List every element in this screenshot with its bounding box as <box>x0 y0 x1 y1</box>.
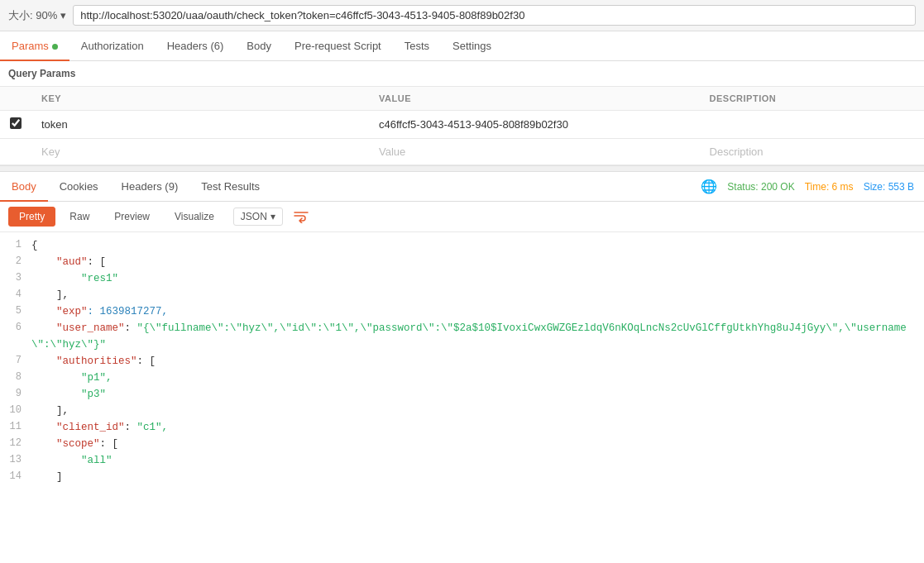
json-line: 5 "exp": 1639817277, <box>0 303 924 320</box>
format-bar: Pretty Raw Preview Visualize JSON ▾ <box>0 202 924 232</box>
json-whitespace <box>31 372 81 384</box>
url-input[interactable] <box>73 5 916 26</box>
json-key: "scope" <box>56 438 100 450</box>
json-brace: ], <box>56 405 69 417</box>
col-checkbox <box>0 87 31 111</box>
tab-prerequest[interactable]: Pre-request Script <box>283 31 393 60</box>
line-content: "scope": [ <box>31 436 924 452</box>
status-size: Size: 553 B <box>864 181 914 193</box>
zoom-label: 大小: 90% <box>8 8 57 23</box>
row-desc[interactable] <box>700 111 924 139</box>
json-whitespace <box>31 422 56 433</box>
table-empty-row: Key Value Description <box>0 139 924 165</box>
col-desc-header: DESCRIPTION <box>700 87 924 111</box>
line-number: 7 <box>0 353 31 369</box>
zoom-selector[interactable]: 大小: 90% ▾ <box>8 8 66 23</box>
tab-authorization[interactable]: Authorization <box>69 31 156 60</box>
response-tab-cookies[interactable]: Cookies <box>48 172 110 201</box>
json-line: 13 "all" <box>0 452 924 469</box>
json-line: 6 "user_name": "{\"fullname\":\"hyz\",\"… <box>0 320 924 353</box>
json-line: 10 ], <box>0 403 924 419</box>
raw-button[interactable]: Raw <box>59 207 100 227</box>
json-whitespace <box>31 306 56 317</box>
chevron-down-icon: ▾ <box>60 9 66 21</box>
json-line: 1{ <box>0 237 924 254</box>
json-whitespace <box>31 355 56 367</box>
json-body: 1{2 "aud": [3 "res1"4 ],5 "exp": 1639817… <box>0 232 924 490</box>
line-number: 2 <box>0 254 31 270</box>
json-string: "p1", <box>81 372 113 384</box>
json-line: 12 "scope": [ <box>0 436 924 452</box>
json-whitespace <box>31 256 56 268</box>
json-line: 2 "aud": [ <box>0 254 924 270</box>
line-number: 8 <box>0 370 31 385</box>
value-placeholder-cell[interactable]: Value <box>369 139 699 165</box>
row-key[interactable]: token <box>31 111 369 139</box>
json-whitespace <box>31 471 56 483</box>
tab-body[interactable]: Body <box>235 31 283 60</box>
response-tab-headers[interactable]: Headers (9) <box>110 172 190 201</box>
json-whitespace <box>31 405 56 417</box>
json-string: "all" <box>81 455 113 466</box>
line-number: 1 <box>0 237 31 253</box>
json-brace: ], <box>56 289 69 301</box>
json-whitespace <box>31 438 56 450</box>
col-value-header: VALUE <box>369 87 699 111</box>
preview-button[interactable]: Preview <box>103 207 160 227</box>
tab-params[interactable]: Params <box>0 31 69 60</box>
status-ok: Status: 200 OK <box>727 181 794 193</box>
line-content: "p1", <box>31 370 924 386</box>
json-string: "p3" <box>81 389 106 400</box>
line-content: "res1" <box>31 270 924 287</box>
json-key: "authorities" <box>56 355 137 367</box>
query-params-label: Query Params <box>0 61 924 86</box>
json-brace: : [ <box>100 438 119 450</box>
json-string: "c1", <box>137 422 169 433</box>
line-content: ] <box>31 469 924 485</box>
tab-tests[interactable]: Tests <box>393 31 441 60</box>
line-content: ], <box>31 403 924 419</box>
key-placeholder-cell[interactable]: Key <box>31 139 369 165</box>
json-key: "aud" <box>56 256 88 268</box>
params-table: KEY VALUE DESCRIPTION token c46ffcf5-304… <box>0 86 924 165</box>
json-line: 7 "authorities": [ <box>0 353 924 370</box>
response-tab-bar: Body Cookies Headers (9) Test Results 🌐 … <box>0 172 924 202</box>
json-key: "client_id" <box>56 422 125 433</box>
table-row: token c46ffcf5-3043-4513-9405-808f89b02f… <box>0 111 924 139</box>
row-checkbox-cell[interactable] <box>0 111 31 139</box>
line-content: "aud": [ <box>31 254 924 270</box>
line-number: 10 <box>0 403 31 418</box>
line-number: 9 <box>0 386 31 402</box>
json-whitespace <box>31 289 56 301</box>
response-tab-body[interactable]: Body <box>0 172 48 201</box>
tab-headers[interactable]: Headers (6) <box>156 31 236 60</box>
col-key-header: KEY <box>31 87 369 111</box>
line-number: 6 <box>0 320 31 336</box>
section-divider <box>0 165 924 172</box>
pretty-button[interactable]: Pretty <box>8 207 55 227</box>
row-checkbox[interactable] <box>10 117 22 129</box>
line-content: "p3" <box>31 386 924 403</box>
json-brace: : [ <box>88 256 107 268</box>
json-line: 4 ], <box>0 287 924 303</box>
json-brace: { <box>31 240 38 251</box>
line-number: 14 <box>0 469 31 484</box>
params-dot <box>52 44 58 50</box>
desc-placeholder-cell[interactable]: Description <box>700 139 924 165</box>
json-string: "{\"fullname\":\"hyz\",\"id\":\"1\",\"pa… <box>137 322 845 334</box>
request-tab-bar: Params Authorization Headers (6) Body Pr… <box>0 31 924 61</box>
json-brace: : <box>125 322 137 334</box>
line-content: "authorities": [ <box>31 353 924 370</box>
visualize-button[interactable]: Visualize <box>164 207 225 227</box>
wrap-button[interactable] <box>293 210 309 223</box>
tab-settings[interactable]: Settings <box>441 31 503 60</box>
json-key: "exp" <box>56 306 88 317</box>
row-value[interactable]: c46ffcf5-3043-4513-9405-808f89b02f30 <box>369 111 699 139</box>
json-line: 14 ] <box>0 469 924 485</box>
json-line: 11 "client_id": "c1", <box>0 419 924 436</box>
line-number: 11 <box>0 419 31 435</box>
format-select[interactable]: JSON ▾ <box>233 208 283 226</box>
json-whitespace <box>31 389 81 400</box>
json-string: "res1" <box>81 273 118 284</box>
response-tab-test-results[interactable]: Test Results <box>189 172 271 201</box>
